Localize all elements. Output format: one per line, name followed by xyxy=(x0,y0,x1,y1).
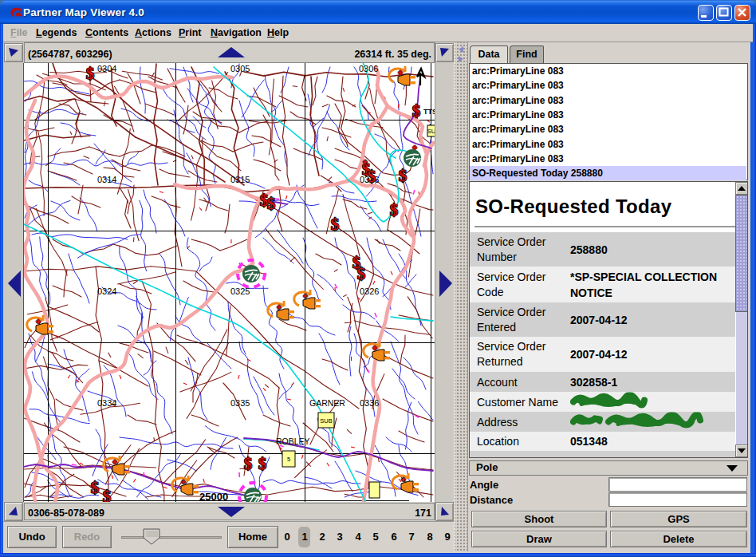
svg-text:$: $ xyxy=(399,166,408,185)
svg-text:$: $ xyxy=(412,101,421,120)
svg-text:$: $ xyxy=(390,200,399,219)
svg-text:0336: 0336 xyxy=(360,398,379,408)
svg-text:0324: 0324 xyxy=(97,286,116,296)
svg-text:ROBLEY: ROBLEY xyxy=(276,437,310,446)
svg-text:25000: 25000 xyxy=(199,491,228,502)
svg-text:$: $ xyxy=(91,478,100,497)
svg-text:0305: 0305 xyxy=(230,64,250,73)
svg-text:0334: 0334 xyxy=(97,398,116,408)
svg-text:0315: 0315 xyxy=(230,175,250,184)
svg-text:0304: 0304 xyxy=(97,64,116,73)
svg-text:SU: SU xyxy=(427,128,435,135)
svg-text:$: $ xyxy=(331,215,340,234)
svg-text:0326: 0326 xyxy=(360,286,379,296)
svg-text:5: 5 xyxy=(287,456,290,463)
svg-text:$: $ xyxy=(357,264,366,283)
svg-text:$: $ xyxy=(86,64,95,83)
svg-text:$: $ xyxy=(244,454,253,473)
svg-text:$: $ xyxy=(368,167,376,186)
svg-text:$: $ xyxy=(103,487,112,502)
svg-text:TTS: TTS xyxy=(423,108,435,116)
svg-text:0335: 0335 xyxy=(230,398,250,408)
svg-text:0306: 0306 xyxy=(359,64,378,73)
svg-text:0314: 0314 xyxy=(97,175,116,184)
svg-text:SUB: SUB xyxy=(320,417,332,425)
svg-text:$: $ xyxy=(258,454,267,473)
svg-text:GARNER: GARNER xyxy=(309,398,345,408)
svg-text:$: $ xyxy=(267,194,276,213)
